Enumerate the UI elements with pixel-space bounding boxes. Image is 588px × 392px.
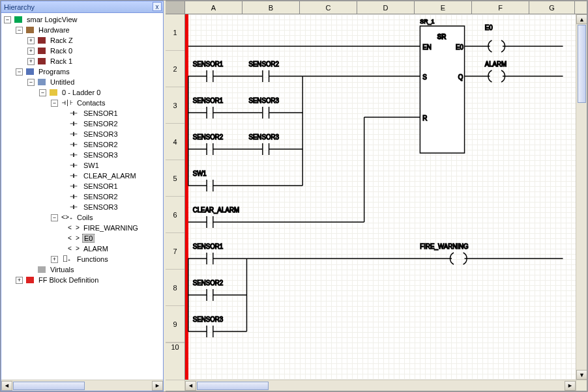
row-header-label: 8 [173, 284, 177, 292]
toggle-icon[interactable]: − [39, 89, 46, 96]
chevron-up-icon: ▲ [579, 16, 585, 23]
hierarchy-hscrollbar[interactable]: ◄ ► [1, 380, 163, 391]
column-header[interactable]: B [243, 1, 300, 14]
scroll-thumb[interactable] [578, 25, 586, 103]
tree-contact-item[interactable]: ⊣⊢CLEAR_ALARM [1, 171, 163, 181]
tree-coil-item[interactable]: < >E0 [1, 233, 163, 244]
tree-label: Programs [37, 68, 71, 76]
tree-coils[interactable]: − <>₊ Coils [1, 212, 163, 223]
scroll-left-button[interactable]: ◄ [185, 381, 196, 391]
toggle-icon[interactable]: + [27, 58, 35, 65]
hardware-icon [25, 25, 35, 35]
tree-virtuals[interactable]: Virtuals [1, 264, 163, 275]
tree-ladder0[interactable]: − 0 - Ladder 0 [1, 87, 163, 98]
scroll-down-button[interactable]: ▼ [576, 370, 587, 380]
tree-coil-item[interactable]: < >ALARM [1, 244, 163, 254]
tree-rack-0[interactable]: + Rack 0 [1, 46, 163, 56]
editor-hscrollbar[interactable]: ◄ ► [166, 380, 587, 391]
scroll-thumb[interactable] [197, 382, 269, 390]
tree-label: Rack Z [49, 36, 74, 44]
svg-rect-5 [26, 68, 34, 75]
contact-icon: ⊣⊢ [66, 203, 81, 211]
svg-text:E0: E0 [485, 24, 493, 31]
row-header-label: 6 [173, 211, 177, 219]
tree-functions[interactable]: + ⎕₊ Functions [1, 254, 163, 264]
tree-coil-item[interactable]: < >FIRE_WARNING [1, 223, 163, 233]
tree-untitled[interactable]: − Untitled [1, 77, 163, 87]
toggle-icon[interactable]: + [51, 256, 58, 263]
toggle-icon[interactable]: + [27, 48, 35, 55]
scroll-right-button[interactable]: ► [152, 381, 163, 391]
toggle-icon[interactable]: + [16, 277, 23, 284]
scroll-left-button[interactable]: ◄ [1, 381, 12, 391]
tree-contact-item[interactable]: ⊣⊢SENSOR3 [1, 150, 163, 160]
ladder-canvas[interactable]: SR_1 SR EN E0 S Q R [185, 14, 576, 380]
svg-rect-9 [26, 277, 34, 283]
row-header-label: 10 [171, 343, 179, 351]
scroll-track[interactable] [577, 24, 587, 370]
tree-contact-item[interactable]: ⊣⊢SW1 [1, 160, 163, 171]
row-header[interactable]: 8 [166, 270, 184, 306]
tree-contact-item[interactable]: ⊣⊢SENSOR1 [1, 108, 163, 119]
row-header[interactable]: 6 [166, 197, 184, 233]
row-header[interactable]: 10 [166, 343, 184, 349]
scroll-track[interactable] [196, 381, 565, 391]
scroll-track[interactable] [12, 381, 152, 391]
rack-icon [37, 36, 47, 45]
tree-ff-block[interactable]: + FF Block Definition [1, 275, 163, 285]
tree-contact-item[interactable]: ⊣⊢SENSOR3 [1, 129, 163, 139]
toggle-icon[interactable]: − [4, 16, 11, 23]
row-header[interactable]: 9 [166, 306, 184, 343]
tree-label: smar LogicView [25, 16, 78, 23]
svg-text:SENSOR2: SENSOR2 [193, 279, 223, 287]
row-header-label: 2 [173, 65, 177, 73]
tree-contact-item[interactable]: ⊣⊢SENSOR2 [1, 119, 163, 129]
row-header-label: 3 [173, 102, 177, 109]
tree-programs[interactable]: − Programs [1, 66, 163, 77]
row-header[interactable]: 4 [166, 124, 184, 160]
column-header[interactable]: C [300, 1, 357, 14]
toggle-icon[interactable]: − [51, 100, 58, 107]
tree-rack-z[interactable]: + Rack Z [1, 35, 163, 46]
scroll-right-button[interactable]: ► [565, 381, 576, 391]
contact-icon: ⊣⊢ [66, 130, 81, 138]
row-header[interactable]: 3 [166, 87, 184, 124]
column-header-label: D [383, 4, 389, 12]
chevron-right-icon: ► [567, 382, 573, 389]
hierarchy-tree[interactable]: − smar LogicView − Hardware + Rack Z + [1, 13, 163, 380]
editor-vscrollbar[interactable]: ▲ ▼ [576, 14, 587, 380]
tree-contact-item[interactable]: ⊣⊢SENSOR3 [1, 202, 163, 212]
column-header[interactable]: D [357, 1, 415, 14]
main-area: Hierarchy x − smar LogicView − Hardware … [1, 1, 587, 391]
row-header[interactable]: 1 [166, 14, 184, 51]
contact-icon: ⊣⊢ [66, 109, 81, 117]
toggle-icon[interactable]: − [16, 27, 23, 34]
tree-root[interactable]: − smar LogicView [1, 14, 163, 25]
tree-contact-item[interactable]: ⊣⊢SENSOR2 [1, 191, 163, 202]
hierarchy-title-bar[interactable]: Hierarchy x [1, 1, 163, 13]
header-corner[interactable] [166, 1, 185, 14]
tree-contact-item[interactable]: ⊣⊢SENSOR1 [1, 181, 163, 191]
tree-contact-item[interactable]: ⊣⊢SENSOR2 [1, 139, 163, 150]
column-header[interactable]: E [415, 1, 472, 14]
toggle-icon[interactable]: − [51, 214, 58, 221]
toggle-icon[interactable]: − [27, 79, 35, 86]
row-header[interactable]: 5 [166, 160, 184, 197]
column-header[interactable]: A [185, 1, 243, 14]
scroll-thumb[interactable] [13, 382, 85, 390]
column-header[interactable]: G [529, 1, 575, 14]
toggle-icon[interactable]: + [27, 37, 35, 44]
tree-hardware[interactable]: − Hardware [1, 25, 163, 35]
row-header-label: 1 [173, 29, 177, 36]
toggle-icon[interactable]: − [16, 68, 23, 76]
row-header[interactable]: 7 [166, 233, 184, 270]
hierarchy-close-button[interactable]: x [153, 2, 162, 11]
tree-label: SENSOR3 [82, 203, 119, 211]
brand-icon [13, 15, 23, 24]
scroll-up-button[interactable]: ▲ [576, 14, 587, 24]
column-header[interactable]: F [472, 1, 529, 14]
row-header[interactable]: 2 [166, 51, 184, 87]
tree-contacts[interactable]: − ⊣|⊦ Contacts [1, 98, 163, 108]
tree-rack-1[interactable]: + Rack 1 [1, 56, 163, 66]
tree-label: ALARM [82, 245, 110, 253]
